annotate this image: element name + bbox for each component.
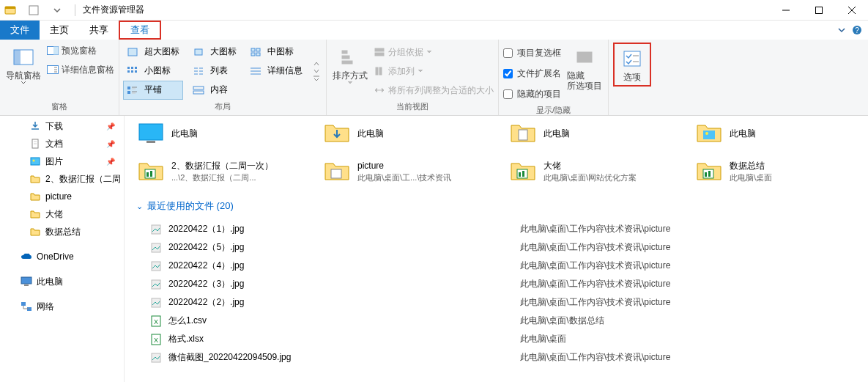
nav-network[interactable]: 网络 bbox=[0, 298, 124, 315]
tab-file[interactable]: 文件 bbox=[0, 21, 40, 40]
svg-rect-38 bbox=[127, 87, 130, 89]
ribbon-group-options: 选项 bbox=[609, 40, 656, 115]
svg-rect-72 bbox=[146, 141, 155, 143]
layout-scroll-down[interactable] bbox=[313, 68, 322, 74]
documents-folder-icon bbox=[508, 119, 538, 148]
qat-dropdown-icon[interactable] bbox=[50, 3, 64, 18]
quick-tile-desktop[interactable]: 此电脑 bbox=[136, 119, 296, 148]
sort-by-button[interactable]: 排序方式 bbox=[331, 43, 369, 88]
ribbon-group-current-view: 排序方式 分组依据 添加列 将所有列调整为合适的大小 当前视图 bbox=[327, 40, 499, 115]
folder-icon bbox=[322, 157, 352, 186]
recent-files-header[interactable]: ⌄ 最近使用的文件 (20) bbox=[136, 199, 862, 213]
ribbon-group-show-hide: 项目复选框 文件扩展名 隐藏的项目 隐藏所选项目 显示/隐藏 bbox=[499, 40, 609, 115]
tab-share[interactable]: 共享 bbox=[79, 21, 119, 40]
file-extensions-toggle[interactable]: 文件扩展名 bbox=[503, 65, 561, 82]
quick-tile-downloads[interactable]: 此电脑 bbox=[322, 119, 482, 148]
svg-rect-27 bbox=[131, 70, 133, 73]
recent-file-row[interactable]: 20220422（2）.jpg此电脑\桌面\工作内容\技术资讯\picture bbox=[136, 293, 862, 312]
nav-pictures[interactable]: 图片📌 bbox=[0, 153, 124, 170]
help-icon[interactable]: ? bbox=[852, 25, 862, 35]
svg-rect-10 bbox=[14, 50, 21, 65]
preview-pane-button[interactable]: 预览窗格 bbox=[47, 43, 114, 59]
details-pane-button[interactable]: 详细信息窗格 bbox=[47, 62, 114, 78]
navigation-pane[interactable]: 下载📌 文档📌 图片📌 2、数据汇报（二周 picture 大佬 数据总结 On… bbox=[0, 116, 125, 382]
hidden-items-toggle[interactable]: 隐藏的项目 bbox=[503, 85, 561, 103]
layout-list[interactable]: 列表 bbox=[190, 62, 240, 80]
nav-this-pc[interactable]: 此电脑 bbox=[0, 273, 124, 290]
svg-rect-53 bbox=[379, 67, 382, 75]
recent-file-row[interactable]: 20220422（5）.jpg此电脑\桌面\工作内容\技术资讯\picture bbox=[136, 238, 862, 257]
ribbon-tabs: 文件 主页 共享 查看 ? bbox=[0, 21, 868, 40]
file-name: 20220422（3）.jpg bbox=[168, 278, 520, 290]
nav-pane-button[interactable]: 导航窗格 bbox=[4, 43, 42, 88]
qat-check-icon[interactable] bbox=[26, 3, 41, 18]
svg-rect-26 bbox=[127, 70, 130, 73]
onedrive-icon bbox=[21, 251, 32, 262]
svg-rect-25 bbox=[135, 67, 137, 69]
layout-content[interactable]: 内容 bbox=[190, 81, 240, 99]
nav-data-summary-folder[interactable]: 数据总结 bbox=[0, 223, 124, 240]
tab-view[interactable]: 查看 bbox=[119, 21, 161, 40]
folder-tile[interactable]: 数据总结此电脑\桌面 bbox=[694, 157, 854, 186]
svg-rect-79 bbox=[331, 169, 341, 178]
folder-icon bbox=[29, 226, 41, 238]
window-title: 文件资源管理器 bbox=[80, 4, 147, 16]
network-icon bbox=[21, 301, 32, 312]
layout-xl-icons[interactable]: 超大图标 bbox=[124, 43, 182, 61]
layout-tiles[interactable]: 平铺 bbox=[124, 81, 182, 99]
collapse-ribbon-icon[interactable] bbox=[837, 26, 846, 34]
recent-file-row[interactable]: 20220422（3）.jpg此电脑\桌面\工作内容\技术资讯\picture bbox=[136, 275, 862, 293]
svg-rect-82 bbox=[522, 171, 524, 177]
pictures-icon bbox=[29, 155, 41, 167]
svg-rect-73 bbox=[519, 130, 527, 140]
layout-scroll-up[interactable] bbox=[313, 61, 322, 67]
recent-file-row[interactable]: X格式.xlsx此电脑\桌面 bbox=[136, 330, 862, 348]
nav-dalao-folder[interactable]: 大佬 bbox=[0, 205, 124, 223]
file-name: 20220422（2）.jpg bbox=[168, 296, 520, 309]
tab-home[interactable]: 主页 bbox=[40, 21, 79, 40]
svg-rect-17 bbox=[128, 48, 137, 56]
svg-rect-2 bbox=[29, 6, 38, 15]
recent-file-row[interactable]: 微信截图_20220422094509.jpg此电脑\桌面\工作内容\技术资讯\… bbox=[136, 348, 862, 367]
layout-m-icons[interactable]: 中图标 bbox=[247, 43, 305, 61]
close-button[interactable] bbox=[835, 0, 868, 21]
sort-icon bbox=[338, 45, 362, 69]
maximize-button[interactable] bbox=[802, 0, 835, 21]
layout-expand[interactable] bbox=[313, 76, 322, 81]
add-columns-button[interactable]: 添加列 bbox=[374, 63, 494, 79]
preview-pane-icon bbox=[47, 45, 59, 56]
folder-tile[interactable]: 大佬此电脑\桌面\网站优化方案 bbox=[508, 157, 668, 186]
svg-rect-18 bbox=[195, 49, 202, 55]
nav-documents[interactable]: 文档📌 bbox=[0, 135, 124, 153]
recent-file-row[interactable]: 20220422（1）.jpg此电脑\桌面\工作内容\技术资讯\picture bbox=[136, 220, 862, 238]
quick-tile-pictures[interactable]: 此电脑 bbox=[694, 119, 854, 148]
svg-rect-1 bbox=[5, 7, 15, 9]
layout-s-icons[interactable]: 小图标 bbox=[124, 62, 182, 80]
file-icon: X bbox=[149, 333, 163, 346]
nav-picture-folder[interactable]: picture bbox=[0, 188, 124, 205]
options-button[interactable]: 选项 bbox=[613, 43, 651, 87]
folder-tile[interactable]: picture此电脑\桌面\工...\技术资讯 bbox=[322, 157, 482, 186]
item-checkboxes-toggle[interactable]: 项目复选框 bbox=[503, 44, 561, 62]
svg-rect-78 bbox=[150, 171, 152, 177]
nav-downloads[interactable]: 下载📌 bbox=[0, 117, 124, 135]
main-listing[interactable]: 此电脑 此电脑 此电脑 此电脑 2、数据汇报（二周一次）...\2、数据汇报（二… bbox=[125, 116, 868, 382]
nav-onedrive[interactable]: OneDrive bbox=[0, 248, 124, 265]
hide-selected-button[interactable]: 隐藏所选项目 bbox=[565, 43, 604, 95]
layout-details[interactable]: 详细信息 bbox=[247, 62, 305, 80]
recent-file-row[interactable]: X怎么1.csv此电脑\桌面\数据总结 bbox=[136, 312, 862, 330]
pin-icon: 📌 bbox=[106, 122, 115, 131]
svg-rect-66 bbox=[24, 284, 29, 286]
svg-rect-56 bbox=[624, 51, 640, 66]
svg-rect-21 bbox=[251, 53, 255, 56]
nav-report-folder[interactable]: 2、数据汇报（二周 bbox=[0, 170, 124, 188]
folder-tile[interactable]: 2、数据汇报（二周一次）...\2、数据汇报（二周... bbox=[136, 157, 296, 186]
recent-file-row[interactable]: 20220422（4）.jpg此电脑\桌面\工作内容\技术资讯\picture bbox=[136, 257, 862, 275]
fit-columns-button[interactable]: 将所有列调整为合适的大小 bbox=[374, 82, 494, 98]
quick-tile-documents[interactable]: 此电脑 bbox=[508, 119, 668, 148]
layout-l-icons[interactable]: 大图标 bbox=[190, 43, 240, 61]
group-by-button[interactable]: 分组依据 bbox=[374, 44, 494, 60]
minimize-button[interactable] bbox=[769, 0, 802, 21]
desktop-icon bbox=[136, 119, 166, 148]
svg-rect-77 bbox=[146, 172, 149, 177]
